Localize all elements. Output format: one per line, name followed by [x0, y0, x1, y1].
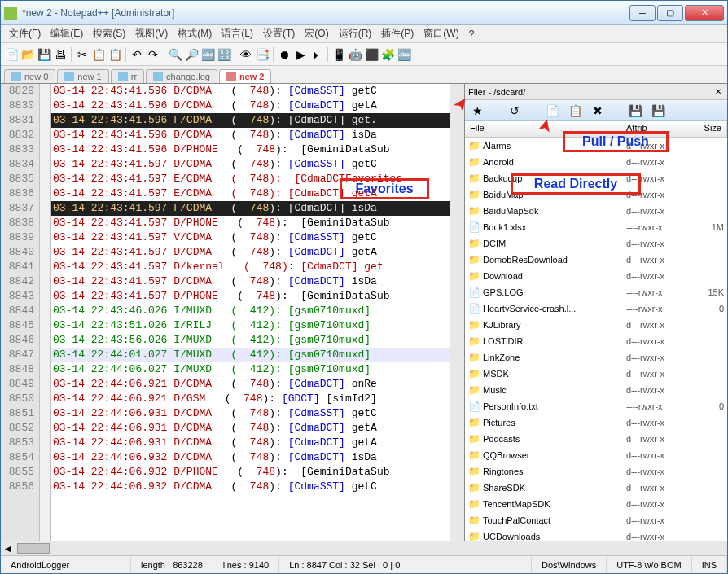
- menu-item[interactable]: 编辑(E): [46, 25, 88, 42]
- filer-close-button[interactable]: ✕: [713, 86, 724, 98]
- tab[interactable]: change.log: [146, 69, 217, 83]
- filer-row[interactable]: LinkZoned---rwxr-x: [465, 349, 727, 366]
- code-line[interactable]: 03-14 22:44:06.931 D/CDMA ( 748): [CdmaS…: [51, 406, 450, 421]
- toolbar-button[interactable]: 🔎: [184, 47, 199, 62]
- code-line[interactable]: 03-14 22:44:06.027 I/MUXD ( 412): [gsm07…: [51, 362, 450, 377]
- filer-row[interactable]: TencentMapSDKd---rwxr-x: [465, 496, 727, 512]
- toolbar-button[interactable]: 📋: [91, 47, 106, 62]
- filer-row[interactable]: ShareSDKd---rwxr-x: [465, 480, 727, 496]
- filer-row[interactable]: LOST.DIRd---rwxr-x: [465, 333, 727, 349]
- scroll-thumb[interactable]: [17, 543, 50, 554]
- toolbar-button[interactable]: 🤖: [348, 47, 362, 62]
- code-line[interactable]: 03-14 22:44:06.932 D/CDMA ( 748): [CdmaD…: [51, 450, 450, 465]
- code-line[interactable]: 03-14 22:43:41.597 F/CDMA ( 748): [CdmaD…: [51, 201, 450, 216]
- col-size[interactable]: Size: [686, 121, 727, 137]
- filer-row[interactable]: BaiduMapSdkd---rwxr-x: [465, 203, 727, 219]
- maximize-button[interactable]: ▢: [657, 5, 683, 21]
- vertical-scrollbar[interactable]: [450, 84, 464, 541]
- filer-row[interactable]: PersonInfo.txt----rwxr-x0: [465, 398, 727, 414]
- menu-item[interactable]: 视图(V): [130, 25, 173, 42]
- menu-item[interactable]: 运行(R): [334, 25, 377, 42]
- code-line[interactable]: 03-14 22:43:41.596 D/CDMA ( 748): [CdmaD…: [51, 128, 450, 142]
- code-line[interactable]: 03-14 22:43:41.596 D/PHONE ( 748): [Gemi…: [51, 142, 450, 157]
- code-line[interactable]: 03-14 22:43:46.026 I/MUXD ( 412): [gsm07…: [51, 304, 450, 318]
- filer-row[interactable]: HeartyService-crash.l...----rwxr-x0: [465, 300, 727, 317]
- code-line[interactable]: 03-14 22:43:41.596 D/CDMA ( 748): [CdmaD…: [51, 99, 450, 113]
- filer-row[interactable]: DomobResDownloadd---rwxr-x: [465, 252, 727, 268]
- copy-icon[interactable]: 📋: [568, 103, 582, 118]
- toolbar-button[interactable]: 🖶: [53, 47, 68, 62]
- toolbar-button[interactable]: ✂: [75, 47, 90, 62]
- toolbar-button[interactable]: ⏵: [309, 47, 324, 62]
- push-icon[interactable]: 💾: [651, 103, 665, 118]
- menu-item[interactable]: 文件(F): [4, 25, 46, 42]
- editor[interactable]: 8829883088318832883388348835883688378838…: [1, 84, 464, 541]
- code-line[interactable]: 03-14 22:43:41.597 D/CDMA ( 748): [CdmaS…: [51, 157, 450, 172]
- toolbar-button[interactable]: ⏺: [277, 47, 292, 62]
- code-line[interactable]: 03-14 22:44:06.931 D/CDMA ( 748): [CdmaD…: [51, 436, 450, 450]
- tab[interactable]: new 2: [219, 69, 272, 83]
- toolbar-button[interactable]: 📑: [255, 47, 270, 62]
- open-icon[interactable]: 📄: [545, 103, 559, 118]
- toolbar-button[interactable]: 🧩: [380, 47, 395, 62]
- filer-row[interactable]: Picturesd---rwxr-x: [465, 414, 727, 431]
- delete-icon[interactable]: ✖: [590, 103, 605, 118]
- toolbar-button[interactable]: 💾: [37, 47, 51, 62]
- menu-item[interactable]: 插件(P): [376, 25, 419, 42]
- code-line[interactable]: 03-14 22:43:41.597 V/CDMA ( 748): [CdmaS…: [51, 230, 450, 245]
- code-line[interactable]: 03-14 22:44:06.932 D/CDMA ( 748): [CdmaS…: [51, 480, 450, 494]
- code-line[interactable]: 03-14 22:43:41.596 D/CDMA ( 748): [CdmaS…: [51, 84, 450, 99]
- toolbar-button[interactable]: ▶: [293, 47, 308, 62]
- tab[interactable]: new 0: [4, 69, 55, 83]
- filer-row[interactable]: KJLibraryd---rwxr-x: [465, 317, 727, 333]
- code-line[interactable]: 03-14 22:44:01.027 I/MUXD ( 412): [gsm07…: [51, 348, 450, 362]
- filer-row[interactable]: MSDKd---rwxr-x: [465, 366, 727, 382]
- code-line[interactable]: 03-14 22:44:06.931 D/CDMA ( 748): [CdmaD…: [51, 421, 450, 436]
- horizontal-scrollbar[interactable]: ◄: [1, 541, 727, 555]
- toolbar-button[interactable]: 🔍: [168, 47, 182, 62]
- code-line[interactable]: 03-14 22:43:41.597 D/CDMA ( 748): [CdmaD…: [51, 274, 450, 289]
- code-line[interactable]: 03-14 22:43:41.597 D/PHONE ( 748): [Gemi…: [51, 289, 450, 304]
- code-line[interactable]: 03-14 22:44:06.921 D/GSM ( 748): [GDCT] …: [51, 392, 450, 406]
- menu-item[interactable]: 窗口(W): [419, 25, 463, 42]
- filer-row[interactable]: Podcastsd---rwxr-x: [465, 431, 727, 447]
- toolbar-button[interactable]: 📄: [4, 47, 19, 62]
- menu-item[interactable]: 格式(M): [173, 25, 217, 42]
- code-line[interactable]: 03-14 22:43:56.026 I/MUXD ( 412): [gsm07…: [51, 333, 450, 348]
- code-line[interactable]: 03-14 22:43:41.597 D/CDMA ( 748): [CdmaD…: [51, 245, 450, 260]
- code-line[interactable]: 03-14 22:43:41.597 D/PHONE ( 748): [Gemi…: [51, 216, 450, 230]
- toolbar-button[interactable]: 📂: [20, 47, 35, 62]
- minimize-button[interactable]: ─: [629, 5, 656, 21]
- toolbar-button[interactable]: 🔡: [217, 47, 231, 62]
- refresh-icon[interactable]: ↺: [507, 103, 522, 118]
- menu-item[interactable]: ?: [464, 27, 480, 42]
- menu-item[interactable]: 设置(T): [258, 25, 300, 42]
- toolbar-button[interactable]: ⬛: [364, 47, 379, 62]
- toolbar-button[interactable]: 👁: [239, 47, 253, 62]
- code-line[interactable]: 03-14 22:44:06.921 D/CDMA ( 748): [CdmaD…: [51, 377, 450, 392]
- filer-row[interactable]: Downloadd---rwxr-x: [465, 268, 727, 284]
- close-button[interactable]: ✕: [685, 5, 724, 21]
- menu-item[interactable]: 语言(L): [217, 25, 258, 42]
- code-line[interactable]: 03-14 22:43:41.596 F/CDMA ( 748): [CdmaD…: [51, 113, 450, 128]
- menu-item[interactable]: 搜索(S): [88, 25, 130, 42]
- toolbar-button[interactable]: 📋: [107, 47, 122, 62]
- code-line[interactable]: 03-14 22:43:51.026 I/RILJ ( 412): [gsm07…: [51, 318, 450, 333]
- filer-row[interactable]: GPS.LOG----rwxr-x15K: [465, 284, 727, 300]
- pull-icon[interactable]: 💾: [628, 103, 642, 118]
- toolbar-button[interactable]: 🔤: [397, 47, 411, 62]
- code-area[interactable]: 03-14 22:43:41.596 D/CDMA ( 748): [CdmaS…: [51, 84, 450, 541]
- filer-row[interactable]: QQBrowserd---rwxr-x: [465, 447, 727, 463]
- filer-row[interactable]: TouchPalContactd---rwxr-x: [465, 512, 727, 528]
- toolbar-button[interactable]: 📱: [331, 47, 346, 62]
- scroll-left-button[interactable]: ◄: [1, 541, 15, 555]
- menu-item[interactable]: 宏(O): [300, 25, 333, 42]
- filer-row[interactable]: Musicd---rwxr-x: [465, 382, 727, 398]
- code-line[interactable]: 03-14 22:44:06.932 D/PHONE ( 748): [Gemi…: [51, 465, 450, 480]
- filer-row[interactable]: DCIMd---rwxr-x: [465, 235, 727, 252]
- filer-row[interactable]: Book1.xlsx----rwxr-x1M: [465, 219, 727, 235]
- filer-row[interactable]: Ringtonesd---rwxr-x: [465, 463, 727, 480]
- filer-list[interactable]: Alarmsd---rwxr-xAndroidd---rwxr-xBackucu…: [465, 138, 727, 541]
- tab[interactable]: new 1: [57, 69, 108, 83]
- filer-row[interactable]: Androidd---rwxr-x: [465, 154, 727, 170]
